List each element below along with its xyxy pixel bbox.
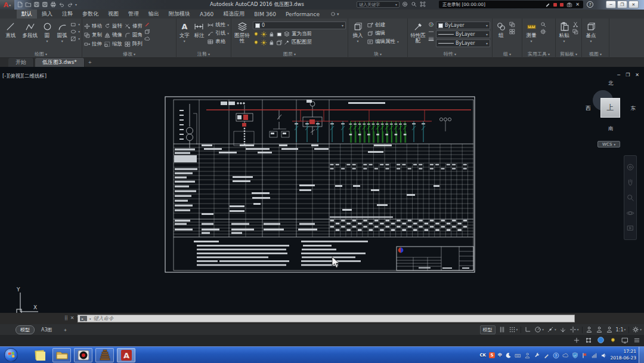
erase-button[interactable] <box>144 21 150 27</box>
create-block-button[interactable]: 创建 <box>367 21 399 29</box>
mirror-button[interactable]: 镜像 <box>104 32 122 39</box>
object-snap-toggle[interactable] <box>585 337 592 344</box>
customization-gear[interactable]: ▾ <box>632 326 642 333</box>
dynamic-input-toggle[interactable]: ▾ <box>569 326 579 333</box>
tray-editor-icon[interactable] <box>543 352 550 359</box>
circle-button[interactable]: 圆▾ <box>41 20 54 44</box>
panel-label-modify[interactable]: 修改▾ <box>82 51 176 57</box>
taskbar-clock[interactable]: 17:21 2018-06-23 <box>610 349 636 361</box>
layer-freeze-toggle[interactable] <box>261 31 267 38</box>
ribbon-tab-7[interactable]: 附加模块 <box>164 10 195 19</box>
group-edit-button[interactable] <box>509 29 515 35</box>
polar-tracking-toggle[interactable]: ▾ <box>534 326 544 333</box>
record-close-icon[interactable]: ✕ <box>575 2 580 7</box>
panel-label-group[interactable]: 组▾ <box>493 51 522 57</box>
plot-icon[interactable] <box>50 1 57 8</box>
clean-screen-toggle[interactable] <box>621 337 628 344</box>
linetype-list-icon[interactable] <box>428 29 434 35</box>
isometric-drafting-toggle[interactable] <box>559 326 566 333</box>
annotation-scale-icon[interactable] <box>606 326 613 333</box>
point-button[interactable] <box>540 29 546 35</box>
cut-button[interactable] <box>572 21 578 27</box>
array-button[interactable]: 阵列 <box>125 41 143 48</box>
ungroup-button[interactable] <box>509 21 515 27</box>
object-color-dropdown[interactable]: ByLayer▾ <box>436 21 490 29</box>
edit-block-button[interactable]: 编辑 <box>367 30 399 37</box>
leader-button[interactable]: 引线▾ <box>208 30 229 37</box>
drawing-viewport[interactable]: [-][俯视][二维线框] ─ ❐ ✕ 北 南 西 东 上 WCS▾ <box>0 67 644 313</box>
ribbon-tab-1[interactable]: 插入 <box>37 10 57 19</box>
navigation-wheel-icon[interactable] <box>626 163 634 171</box>
new-file-icon[interactable] <box>17 1 23 8</box>
close-button[interactable]: ✕ <box>628 1 639 8</box>
redo-icon[interactable] <box>67 1 73 8</box>
lineweight-dropdown[interactable]: ByLayer▾ <box>436 39 490 47</box>
hardware-acceleration-toggle[interactable] <box>597 336 605 344</box>
hatch-button[interactable]: ▾ <box>70 36 80 42</box>
doc-close-icon[interactable]: ✕ <box>635 72 639 78</box>
undo-icon[interactable] <box>58 1 65 8</box>
showmotion-icon[interactable] <box>626 224 634 232</box>
tray-wrench-icon[interactable] <box>534 352 540 359</box>
tray-keyboard-icon[interactable] <box>515 352 521 359</box>
object-snap-tracking-toggle[interactable]: ▾ <box>547 326 556 333</box>
ribbon-tab-0[interactable]: 默认 <box>17 10 37 19</box>
copy-button[interactable]: 复制 <box>84 32 102 39</box>
status-bar-menu[interactable] <box>633 337 640 344</box>
set-current-layer-button[interactable]: 置为当前 <box>284 30 312 38</box>
taskbar-autocad-button[interactable]: A <box>117 348 135 362</box>
ortho-mode-toggle[interactable] <box>524 326 531 333</box>
file-tab-document[interactable]: 低压图3.dws* <box>35 58 85 67</box>
match-properties-button[interactable]: 特性匹配 <box>410 20 426 44</box>
viewcube-top-face[interactable]: 上 <box>600 98 620 118</box>
save-icon[interactable] <box>33 1 40 8</box>
panel-label-annotate[interactable]: 注释▾ <box>177 51 231 57</box>
measure-button[interactable]: 测量▾ <box>524 20 538 44</box>
recording-stop-icon[interactable] <box>560 3 564 7</box>
panel-label-utilities[interactable]: 实用工具▾ <box>522 51 555 57</box>
layer-isolate-toggle[interactable] <box>276 39 283 46</box>
linear-dim-button[interactable]: 线性▾ <box>208 21 229 29</box>
new-drawing-tab-button[interactable]: ＋ <box>86 58 94 67</box>
insert-block-button[interactable]: 插入▾ <box>350 20 366 44</box>
new-layout-button[interactable]: ＋ <box>59 326 72 334</box>
viewcube[interactable]: 北 南 西 东 上 <box>586 80 636 135</box>
ribbon-tab-5[interactable]: 管理 <box>123 10 144 19</box>
lineweight-list-icon[interactable] <box>428 36 434 42</box>
annotation-scale-dropdown[interactable]: 1:1▾ <box>616 327 626 333</box>
trim-button[interactable]: 修剪 <box>125 23 143 30</box>
layer-lock-toggle[interactable] <box>268 31 275 38</box>
taskbar-pagoda-app-button[interactable] <box>95 348 114 362</box>
layer-dropdown[interactable]: 0▾ <box>253 21 346 29</box>
tray-network-icon[interactable] <box>591 352 597 359</box>
stretch-button[interactable]: 拉伸 <box>84 41 102 48</box>
paste-button[interactable]: 粘贴▾ <box>558 20 571 44</box>
recent-commands-icon[interactable]: ▸_ <box>80 316 87 321</box>
show-desktop-button[interactable] <box>639 347 644 363</box>
ribbon-tab-6[interactable]: 输出 <box>144 10 164 19</box>
layer-on-toggle[interactable] <box>253 31 259 38</box>
rectangle-button[interactable]: ▾ <box>70 21 80 27</box>
panel-label-block[interactable]: 块▾ <box>348 51 407 57</box>
start-button[interactable] <box>4 348 18 362</box>
explode-button[interactable] <box>144 29 150 35</box>
ribbon-tab-3[interactable]: 参数化 <box>78 10 103 19</box>
ribbon-tab-a360[interactable]: A360 <box>195 10 218 19</box>
restore-button[interactable]: ❐ <box>617 1 627 8</box>
polyline-button[interactable]: 多段线 <box>21 20 39 38</box>
table-button[interactable]: 表格 <box>208 38 229 45</box>
group-button[interactable]: 组 <box>494 20 507 38</box>
save-as-icon[interactable] <box>42 1 48 8</box>
ribbon-tab-2[interactable]: 注释 <box>57 10 78 19</box>
tray-ime-label[interactable]: 中 <box>498 352 502 358</box>
tray-help-icon[interactable]: ? <box>553 352 559 359</box>
viewcube-east-label[interactable]: 东 <box>631 105 636 112</box>
layer-unlock-toggle[interactable] <box>268 39 275 46</box>
file-tab-start[interactable]: 开始 <box>8 58 34 67</box>
ribbon-tab-9[interactable]: 精选应用 <box>218 10 249 19</box>
zoom-icon[interactable] <box>626 193 634 202</box>
ribbon-display-toggle[interactable]: ▾ <box>330 10 339 19</box>
move-button[interactable]: 移动 <box>84 23 102 30</box>
autoscale-toggle[interactable] <box>596 326 603 333</box>
layer-properties-button[interactable]: 图层特性 <box>233 20 251 44</box>
